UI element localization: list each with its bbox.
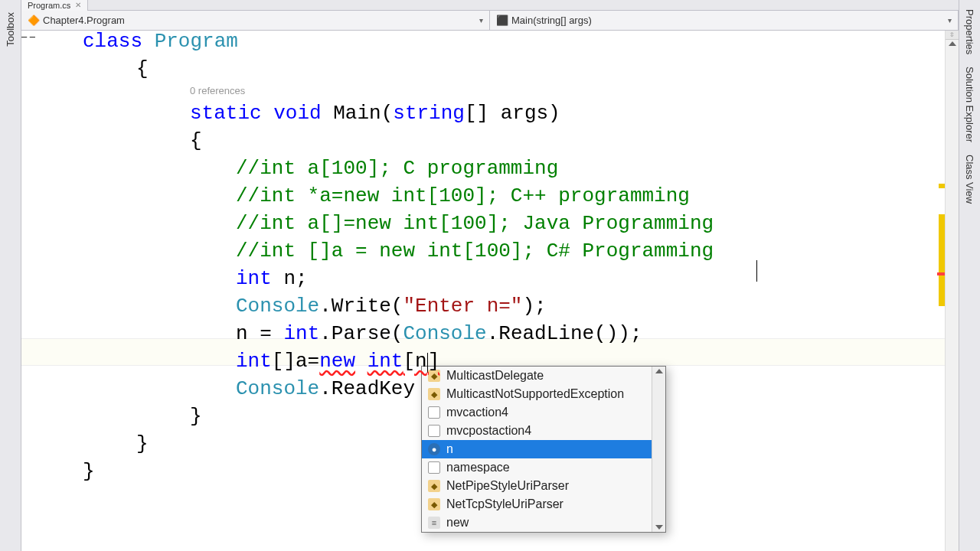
variable-icon: ● bbox=[428, 443, 440, 455]
outline-toggle-icon[interactable]: – bbox=[30, 31, 35, 42]
intellisense-item[interactable]: namespace bbox=[422, 458, 652, 477]
intellisense-item[interactable]: ≡new bbox=[422, 514, 652, 532]
chevron-down-icon: ▾ bbox=[948, 16, 952, 24]
document-tab-label: Program.cs bbox=[28, 1, 70, 10]
document-tab[interactable]: Program.cs ✕ bbox=[21, 0, 88, 11]
intellisense-scrollbar[interactable] bbox=[652, 367, 665, 532]
code-body[interactable]: ⇳ – – class Program { 0 referen bbox=[21, 31, 959, 551]
intellisense-item-label: mvcpostaction4 bbox=[446, 424, 531, 438]
class-icon: 🔶 bbox=[28, 15, 38, 25]
intellisense-item-label: NetTcpStyleUriParser bbox=[446, 497, 564, 511]
intellisense-item[interactable]: mvcaction4 bbox=[422, 403, 652, 422]
method-icon: ⬛ bbox=[496, 15, 507, 25]
keyword-icon: ≡ bbox=[428, 517, 440, 529]
intellisense-item-label: new bbox=[446, 516, 469, 530]
properties-tab[interactable]: Properties bbox=[962, 5, 977, 59]
intellisense-item[interactable]: ◆MulticastNotSupportedException bbox=[422, 385, 652, 403]
code-token: { bbox=[83, 55, 945, 83]
solution-explorer-tab[interactable]: Solution Explorer bbox=[962, 62, 977, 147]
root: Toolbox Program.cs ✕ 🔶Chapter4.Program ▾… bbox=[0, 0, 980, 551]
change-marker bbox=[21, 42, 25, 348]
delegate-icon: ◆ bbox=[428, 480, 440, 492]
intellisense-item-label: n bbox=[446, 442, 453, 456]
intellisense-item[interactable]: ◆NetTcpStyleUriParser bbox=[422, 495, 652, 514]
intellisense-item[interactable]: mvcpostaction4 bbox=[422, 422, 652, 440]
scroll-up-icon[interactable] bbox=[949, 41, 956, 46]
document-tab-row: Program.cs ✕ bbox=[21, 0, 959, 11]
member-dropdown-label: Main(string[] args) bbox=[511, 15, 592, 26]
close-icon[interactable]: ✕ bbox=[75, 1, 81, 9]
intellisense-list[interactable]: ◆MulticastDelegate ◆MulticastNotSupporte… bbox=[422, 367, 652, 532]
toolbox-tab[interactable]: Toolbox bbox=[3, 6, 18, 53]
codelens-references[interactable]: 0 references bbox=[83, 83, 945, 99]
snippet-icon bbox=[428, 406, 440, 419]
intellisense-item-label: mvcaction4 bbox=[446, 406, 508, 419]
vertical-scrollbar[interactable]: ⇳ bbox=[945, 31, 959, 551]
chevron-down-icon: ▾ bbox=[479, 16, 483, 24]
intellisense-item-label: MulticastNotSupportedException bbox=[446, 387, 624, 401]
snippet-icon bbox=[428, 425, 440, 437]
class-dropdown-label: Chapter4.Program bbox=[43, 15, 125, 26]
intellisense-item-selected[interactable]: ●n bbox=[422, 440, 652, 458]
code-token: class bbox=[83, 30, 142, 53]
editor-area: Program.cs ✕ 🔶Chapter4.Program ▾ ⬛Main(s… bbox=[21, 0, 959, 551]
intellisense-item-label: NetPipeStyleUriParser bbox=[446, 479, 569, 493]
delegate-icon: ◆ bbox=[428, 388, 440, 400]
delegate-icon: ◆ bbox=[428, 498, 440, 510]
intellisense-popup[interactable]: ◆MulticastDelegate ◆MulticastNotSupporte… bbox=[421, 366, 666, 533]
right-toolbar: Properties Solution Explorer Class View bbox=[959, 0, 980, 551]
left-toolbar: Toolbox bbox=[0, 0, 21, 551]
outline-toggle-icon[interactable]: – bbox=[21, 31, 27, 42]
intellisense-item-label: namespace bbox=[446, 461, 510, 474]
snippet-icon bbox=[428, 461, 440, 474]
intellisense-item[interactable]: ◆NetPipeStyleUriParser bbox=[422, 477, 652, 495]
class-view-tab[interactable]: Class View bbox=[962, 150, 977, 208]
code-token: Program bbox=[155, 30, 238, 53]
split-icon[interactable]: ⇳ bbox=[946, 31, 959, 40]
